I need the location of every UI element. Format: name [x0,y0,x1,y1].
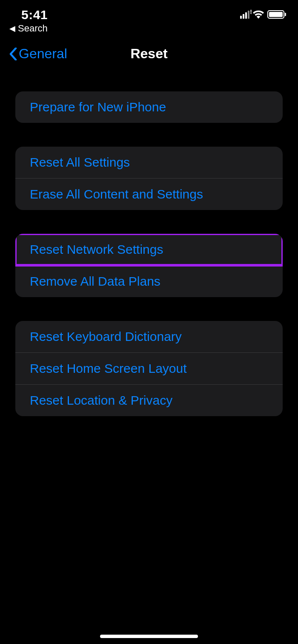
breadcrumb-back[interactable]: ◀ Search [0,21,298,34]
chevron-left-icon [9,48,17,60]
nav-bar: General Reset [0,34,298,74]
row-reset-all-settings[interactable]: Reset All Settings [15,147,283,178]
status-bar: 5:41 ! [0,0,298,21]
group-prepare: Prepare for New iPhone [15,91,283,123]
home-indicator[interactable] [100,635,198,638]
battery-icon [267,10,286,19]
group-reset-erase: Reset All Settings Erase All Content and… [15,147,283,210]
row-erase-all-content[interactable]: Erase All Content and Settings [15,178,283,210]
caret-left-icon: ◀ [9,24,15,33]
content: Prepare for New iPhone Reset All Setting… [0,91,298,416]
cellular-signal-icon: ! [240,10,249,19]
row-reset-home-screen-layout[interactable]: Reset Home Screen Layout [15,352,283,384]
row-reset-network-settings[interactable]: Reset Network Settings [15,234,283,265]
status-icons: ! [240,8,286,19]
back-button-label: General [19,46,67,62]
row-reset-location-privacy[interactable]: Reset Location & Privacy [15,384,283,416]
row-prepare-for-new-iphone[interactable]: Prepare for New iPhone [15,91,283,123]
status-time: 5:41 [21,8,48,22]
row-reset-keyboard-dictionary[interactable]: Reset Keyboard Dictionary [15,321,283,352]
back-button[interactable]: General [9,46,67,62]
row-remove-all-data-plans[interactable]: Remove All Data Plans [15,265,283,297]
wifi-icon [253,10,264,19]
breadcrumb-label: Search [18,23,48,34]
group-network: Reset Network Settings Remove All Data P… [15,234,283,297]
group-misc: Reset Keyboard Dictionary Reset Home Scr… [15,321,283,416]
page-title: Reset [130,46,167,62]
